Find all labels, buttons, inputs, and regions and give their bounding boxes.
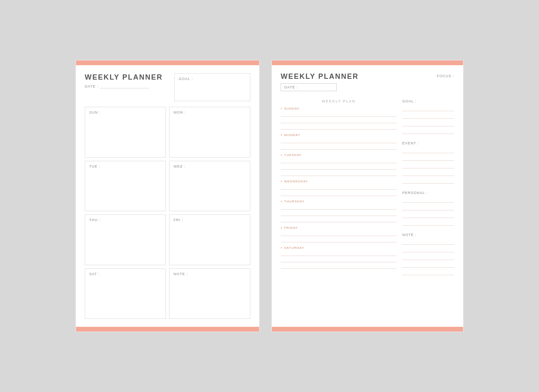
- right-main: WEEKLY PLAN SUNDAY MONDAY: [281, 99, 454, 323]
- side-goal-section: GOAL :: [402, 99, 454, 134]
- left-bottom-bar: [76, 327, 259, 332]
- day-label-wed: WEd :: [174, 164, 246, 168]
- day-cell-sun: SUN :: [85, 107, 166, 158]
- saturday-label: SATURDAY: [281, 246, 397, 250]
- side-event-label: EVENT :: [402, 141, 454, 145]
- day-entry-thursday: THURSDAY: [281, 199, 397, 222]
- left-content: WEEKLY PLANNER DATE : GOAL : SUN : MON :: [76, 65, 259, 327]
- sunday-lines: [281, 112, 397, 130]
- thursday-label: THURSDAY: [281, 199, 397, 204]
- goal-line-2: [402, 113, 454, 119]
- friday-label: FRIDAY: [281, 226, 397, 230]
- saturday-line-3: [281, 264, 397, 269]
- day-label-thu: THU :: [89, 218, 162, 222]
- saturday-line-1: [281, 251, 397, 256]
- right-date-label: DATE :: [284, 85, 298, 89]
- left-day-grid: SUN : MON : TUE : WEd : THU : FRI :: [85, 107, 250, 319]
- day-label-tue: TUE :: [89, 164, 162, 168]
- left-goal-box: GOAL :: [174, 73, 250, 101]
- thursday-lines: [281, 205, 397, 222]
- left-planner: WEEKLY PLANNER DATE : GOAL : SUN : MON :: [76, 60, 260, 332]
- side-personal-section: PERSONAL :: [402, 191, 454, 226]
- right-title: WEEKLY PLANNER: [281, 72, 359, 81]
- side-note-label: NOTE :: [402, 233, 454, 237]
- side-goal-label: GOAL :: [402, 99, 454, 103]
- event-line-3: [402, 163, 454, 168]
- wednesday-lines: [281, 185, 397, 196]
- side-note-section: NOTE :: [402, 233, 454, 275]
- event-line-5: [402, 178, 454, 184]
- sunday-label: SUNDAY: [281, 106, 397, 111]
- personal-line-4: [402, 220, 454, 226]
- day-cell-note: NOTE :: [169, 268, 250, 319]
- day-cell-wed: WEd :: [169, 161, 250, 212]
- tuesday-lines: [281, 158, 397, 176]
- left-title-section: WEEKLY PLANNER DATE :: [85, 73, 163, 88]
- day-label-sun: SUN :: [89, 110, 162, 114]
- sunday-line-2: [281, 118, 397, 123]
- monday-line-2: [281, 145, 397, 150]
- day-cell-mon: MON :: [169, 107, 250, 158]
- right-bottom-bar: [272, 327, 463, 332]
- day-label-sat: SAT :: [89, 272, 162, 276]
- day-cell-tue: TUE :: [85, 161, 166, 212]
- event-line-2: [402, 155, 454, 161]
- goal-line-3: [402, 121, 454, 126]
- personal-line-2: [402, 205, 454, 210]
- day-entry-tuesday: TUESDAY: [281, 153, 397, 176]
- left-goal-label: GOAL :: [179, 77, 246, 81]
- tuesday-label: TUESDAY: [281, 153, 397, 157]
- side-event-lines: [402, 148, 454, 184]
- sunday-line-1: [281, 112, 397, 117]
- monday-line-1: [281, 138, 397, 143]
- side-note-lines: [402, 239, 454, 275]
- friday-line-1: [281, 231, 397, 236]
- tuesday-line-3: [281, 171, 397, 176]
- day-cell-fri: FRI :: [169, 214, 250, 265]
- monday-label: MONDAY: [281, 133, 397, 137]
- day-entry-saturday: SATURDAY: [281, 246, 397, 269]
- wednesday-line-2: [281, 191, 397, 196]
- right-planner: WEEKLY PLANNER DATE : FOCUS : WEEKLY PLA…: [271, 60, 463, 332]
- note-line-2: [402, 247, 454, 252]
- day-entry-monday: MONDAY: [281, 133, 397, 150]
- right-content: WEEKLY PLANNER DATE : FOCUS : WEEKLY PLA…: [272, 65, 463, 327]
- note-line-3: [402, 254, 454, 260]
- planners-container: WEEKLY PLANNER DATE : GOAL : SUN : MON :: [76, 60, 463, 332]
- personal-line-1: [402, 197, 454, 203]
- note-line-1: [402, 239, 454, 245]
- left-date-label: DATE :: [85, 84, 98, 88]
- left-header-row: WEEKLY PLANNER DATE : GOAL :: [85, 73, 250, 101]
- right-header-row: WEEKLY PLANNER DATE : FOCUS :: [281, 72, 454, 91]
- left-date-line: DATE :: [85, 84, 163, 88]
- friday-line-2: [281, 238, 397, 242]
- note-line-4: [402, 262, 454, 268]
- right-top-bar: [272, 60, 463, 65]
- day-cell-sat: SAT :: [85, 268, 166, 319]
- left-date-dots: [101, 84, 149, 88]
- left-top-bar: [76, 60, 259, 65]
- day-cell-thu: THU :: [85, 214, 166, 265]
- note-line-5: [402, 270, 454, 275]
- side-personal-label: PERSONAL :: [402, 191, 454, 195]
- side-personal-lines: [402, 197, 454, 226]
- personal-line-3: [402, 212, 454, 218]
- thursday-line-1: [281, 205, 397, 210]
- day-label-mon: MON :: [174, 110, 246, 114]
- side-goal-lines: [402, 106, 454, 134]
- tuesday-line-1: [281, 158, 397, 163]
- sunday-line-3: [281, 125, 397, 130]
- saturday-line-2: [281, 258, 397, 262]
- day-entry-sunday: SUNDAY: [281, 106, 397, 130]
- right-date-box: DATE :: [281, 83, 337, 91]
- day-label-fri: FRI :: [174, 218, 246, 222]
- event-line-4: [402, 170, 454, 176]
- thursday-line-3: [281, 218, 397, 222]
- tuesday-line-2: [281, 165, 397, 170]
- right-focus-label: FOCUS :: [437, 74, 454, 78]
- left-title: WEEKLY PLANNER: [85, 73, 163, 82]
- day-entry-friday: FRIDAY: [281, 226, 397, 242]
- right-title-section: WEEKLY PLANNER DATE :: [281, 72, 359, 91]
- day-entry-wednesday: WEDNESDAY: [281, 179, 397, 196]
- monday-lines: [281, 138, 397, 150]
